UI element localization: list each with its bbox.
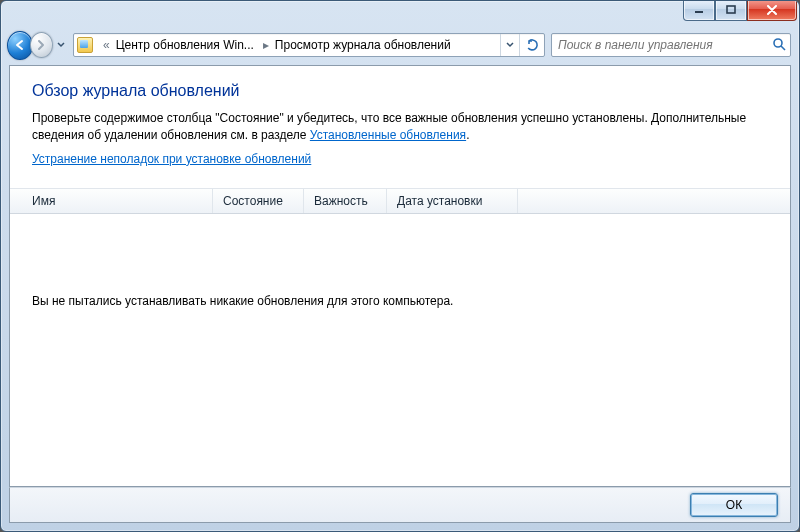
chevron-down-icon	[57, 42, 65, 48]
column-headers: Имя Состояние Важность Дата установки	[10, 188, 790, 214]
troubleshoot-link[interactable]: Устранение неполадок при установке обнов…	[32, 152, 311, 166]
close-button[interactable]	[747, 0, 797, 21]
empty-list-message: Вы не пытались устанавливать никакие обн…	[10, 214, 790, 308]
minimize-icon	[694, 5, 704, 15]
column-install-date[interactable]: Дата установки	[387, 189, 518, 213]
breadcrumb-segment-2[interactable]: Просмотр журнала обновлений	[271, 34, 458, 56]
search-box[interactable]	[551, 33, 791, 57]
arrow-right-icon	[35, 39, 47, 51]
refresh-button[interactable]	[519, 34, 544, 56]
column-status[interactable]: Состояние	[213, 189, 304, 213]
svg-rect-0	[695, 11, 703, 13]
bottom-bar: ОК	[9, 487, 791, 523]
address-bar[interactable]: « Центр обновления Win... ▸ Просмотр жур…	[73, 33, 545, 57]
chevron-down-icon	[506, 42, 514, 48]
control-panel-window: « Центр обновления Win... ▸ Просмотр жур…	[0, 0, 800, 532]
svg-point-2	[774, 39, 782, 47]
column-importance[interactable]: Важность	[304, 189, 387, 213]
control-panel-icon	[77, 37, 93, 53]
forward-button[interactable]	[30, 32, 53, 58]
svg-line-3	[781, 46, 785, 50]
back-button[interactable]	[7, 31, 33, 60]
window-controls	[683, 0, 797, 21]
nav-history-dropdown[interactable]	[55, 35, 67, 55]
installed-updates-link[interactable]: Установленные обновления	[310, 128, 466, 142]
content-panel: Обзор журнала обновлений Проверьте содер…	[9, 65, 791, 487]
nav-row: « Центр обновления Win... ▸ Просмотр жур…	[1, 29, 799, 61]
breadcrumb-separator: ▸	[261, 38, 271, 52]
column-name[interactable]: Имя	[10, 189, 213, 213]
page-description: Проверьте содержимое столбца "Состояние"…	[32, 110, 768, 145]
arrow-left-icon	[13, 38, 27, 52]
maximize-icon	[726, 5, 736, 15]
nav-buttons	[7, 30, 67, 60]
close-icon	[766, 5, 778, 15]
address-dropdown[interactable]	[500, 34, 519, 56]
refresh-icon	[525, 38, 539, 52]
maximize-button[interactable]	[715, 0, 747, 21]
svg-rect-1	[727, 6, 735, 13]
page-description-post: .	[466, 128, 469, 142]
minimize-button[interactable]	[683, 0, 715, 21]
breadcrumb-overflow[interactable]: «	[97, 38, 112, 52]
titlebar	[1, 1, 799, 29]
page-title: Обзор журнала обновлений	[32, 82, 768, 100]
breadcrumb-segment-1[interactable]: Центр обновления Win...	[112, 34, 261, 56]
search-icon[interactable]	[772, 37, 786, 54]
search-input[interactable]	[556, 37, 772, 53]
ok-button[interactable]: ОК	[690, 493, 778, 517]
